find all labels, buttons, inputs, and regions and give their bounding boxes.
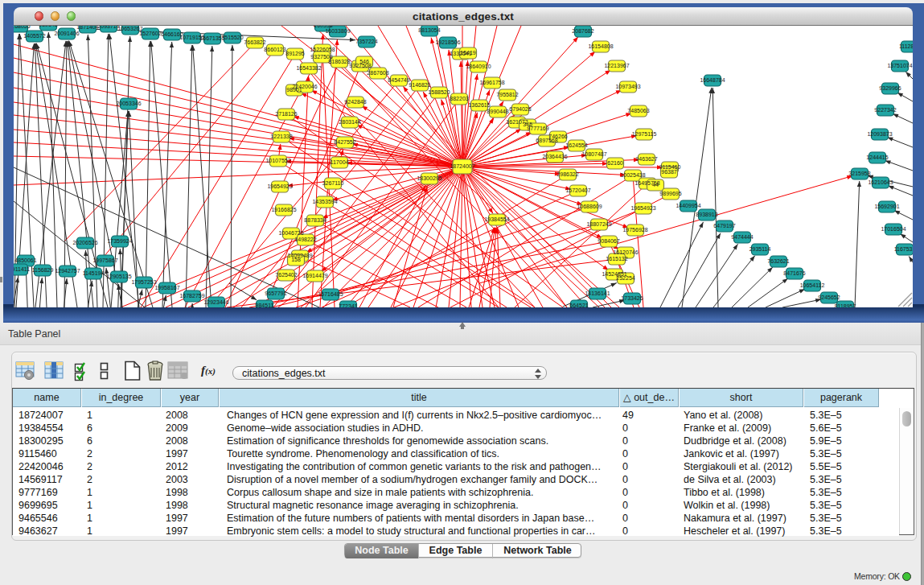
svg-text:9463627: 9463627 — [635, 156, 657, 162]
svg-text:16782759: 16782759 — [179, 293, 204, 299]
svg-text:9657791: 9657791 — [265, 290, 286, 296]
svg-text:10025438: 10025438 — [620, 172, 645, 178]
svg-text:1871404: 1871404 — [76, 26, 98, 30]
svg-text:9777169: 9777169 — [527, 126, 548, 131]
svg-text:17359924: 17359924 — [107, 238, 132, 244]
svg-text:252254: 252254 — [616, 275, 634, 281]
svg-text:15419: 15419 — [460, 50, 476, 56]
svg-text:16033809: 16033809 — [325, 28, 350, 34]
svg-text:4850061: 4850061 — [14, 257, 36, 263]
svg-text:1405572: 1405572 — [23, 33, 45, 39]
svg-text:6794028: 6794028 — [509, 106, 531, 112]
svg-text:1362615: 1362615 — [468, 102, 490, 108]
svg-text:8990448: 8990448 — [487, 109, 508, 114]
svg-text:12093873: 12093873 — [867, 131, 892, 137]
svg-text:1615132: 1615132 — [606, 256, 627, 262]
svg-text:3267110: 3267110 — [322, 180, 344, 186]
svg-text:117004: 117004 — [331, 159, 349, 165]
svg-text:939143: 939143 — [39, 26, 57, 27]
svg-text:18300295: 18300295 — [417, 175, 441, 181]
svg-text:772341: 772341 — [339, 303, 357, 307]
svg-text:2986322: 2986322 — [556, 171, 578, 177]
svg-text:9245652: 9245652 — [818, 295, 840, 300]
svg-text:10654112: 10654112 — [800, 282, 825, 288]
svg-text:1244415: 1244415 — [866, 154, 888, 160]
svg-text:2803144: 2803144 — [339, 119, 360, 125]
svg-text:18640910: 18640910 — [466, 64, 491, 69]
svg-text:3215958: 3215958 — [848, 171, 870, 176]
svg-text:22420046: 22420046 — [292, 84, 317, 89]
svg-text:12975115: 12975115 — [632, 131, 657, 137]
svg-text:7663822: 7663822 — [244, 39, 265, 45]
svg-text:19218506: 19218506 — [435, 39, 460, 45]
svg-text:17016504: 17016504 — [881, 226, 906, 232]
svg-text:12923446: 12923446 — [203, 299, 228, 305]
svg-text:17957253: 17957253 — [131, 279, 156, 285]
svg-text:1156829: 1156829 — [32, 267, 54, 273]
svg-text:16543382: 16543382 — [296, 65, 321, 71]
svg-text:96387: 96387 — [661, 169, 677, 175]
svg-text:7515520: 7515520 — [221, 35, 243, 40]
svg-text:1112846: 1112846 — [899, 43, 913, 49]
svg-text:10107552: 10107552 — [265, 158, 290, 163]
svg-text:8813054: 8813054 — [418, 27, 440, 33]
svg-text:14136141: 14136141 — [585, 290, 610, 296]
svg-text:8186328: 8186328 — [328, 59, 350, 64]
svg-text:546: 546 — [359, 59, 369, 64]
svg-text:9084067: 9084067 — [598, 238, 619, 244]
svg-text:13751074: 13751074 — [887, 63, 912, 68]
svg-text:20091406: 20091406 — [54, 31, 79, 36]
svg-text:44: 44 — [652, 182, 659, 187]
svg-text:2718126: 2718126 — [275, 111, 297, 117]
svg-text:7955812: 7955812 — [496, 92, 518, 97]
svg-text:10688609: 10688609 — [577, 204, 602, 209]
svg-text:12905135: 12905135 — [106, 274, 131, 279]
svg-text:12942757: 12942757 — [55, 268, 80, 274]
svg-text:9899695: 9899695 — [659, 191, 681, 196]
svg-text:8938913: 8938913 — [696, 212, 717, 217]
svg-text:8471676: 8471676 — [783, 270, 805, 276]
svg-text:14353594: 14353594 — [312, 199, 337, 204]
svg-text:15716485: 15716485 — [318, 291, 343, 297]
svg-text:16154808: 16154808 — [588, 43, 613, 49]
svg-text:158: 158 — [291, 257, 301, 262]
svg-text:14409954: 14409954 — [676, 203, 700, 208]
svg-text:20364436: 20364436 — [542, 154, 567, 159]
svg-text:16648784: 16648784 — [700, 77, 725, 83]
svg-text:16210643: 16210643 — [868, 179, 893, 185]
svg-text:62160: 62160 — [607, 160, 623, 166]
svg-text:1145194: 1145194 — [83, 270, 105, 276]
svg-text:19654923: 19654923 — [630, 205, 655, 211]
svg-text:19166825: 19166825 — [271, 207, 296, 212]
svg-text:9474444: 9474444 — [731, 234, 753, 240]
svg-text:2093719: 2093719 — [97, 26, 119, 29]
svg-text:7357224: 7357224 — [355, 39, 377, 44]
svg-text:1221338: 1221338 — [270, 134, 292, 139]
svg-text:746266: 746266 — [548, 134, 567, 139]
svg-text:3911411: 3911411 — [14, 266, 30, 272]
svg-text:12213967: 12213967 — [604, 63, 629, 68]
svg-text:6479197: 6479197 — [713, 223, 735, 229]
svg-text:8427552: 8427552 — [334, 139, 355, 145]
svg-text:19384554: 19384554 — [484, 216, 509, 222]
svg-text:20053346: 20053346 — [116, 101, 141, 106]
svg-text:19958167: 19958167 — [154, 285, 179, 290]
svg-text:8118957: 8118957 — [835, 303, 856, 307]
svg-text:10046726: 10046726 — [278, 230, 303, 236]
svg-text:1733426: 1733426 — [621, 295, 643, 301]
svg-text:1624554: 1624554 — [565, 142, 587, 148]
svg-text:19756928: 19756928 — [622, 227, 647, 233]
svg-text:8454749: 8454749 — [388, 77, 409, 83]
svg-text:1498222: 1498222 — [294, 237, 316, 242]
svg-text:2168055: 2168055 — [14, 26, 31, 29]
svg-text:2087682: 2087682 — [572, 28, 593, 34]
svg-text:1588520: 1588520 — [428, 89, 450, 95]
svg-text:19654923: 19654923 — [267, 183, 292, 189]
svg-text:7625402: 7625402 — [275, 272, 297, 278]
svg-text:18807249: 18807249 — [586, 221, 611, 227]
svg-text:1167531: 1167531 — [894, 246, 913, 252]
svg-text:984511: 984511 — [256, 303, 274, 307]
svg-text:8878334: 8878334 — [304, 217, 326, 223]
svg-text:891295: 891295 — [285, 51, 304, 56]
svg-text:16961758: 16961758 — [479, 80, 504, 85]
